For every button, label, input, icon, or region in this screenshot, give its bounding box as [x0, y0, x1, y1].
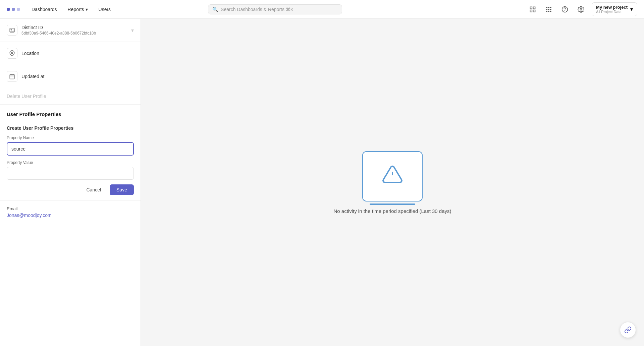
- warning-icon: [382, 164, 403, 189]
- no-activity-text: No activity in the time period specified…: [334, 208, 451, 214]
- updated-at-content: Updated at: [21, 74, 134, 79]
- user-profile-properties-header: User Profile Properties: [0, 105, 141, 120]
- nav-users[interactable]: Users: [94, 5, 116, 14]
- project-selector[interactable]: My new project All Project Data ▾: [592, 2, 637, 16]
- svg-point-4: [546, 7, 547, 8]
- svg-point-10: [546, 11, 547, 12]
- svg-point-17: [11, 29, 12, 30]
- nav-right-actions: My new project All Project Data ▾: [527, 2, 637, 16]
- property-name-label: Property Name: [7, 135, 134, 140]
- svg-point-6: [550, 7, 551, 8]
- property-name-input[interactable]: [7, 142, 134, 156]
- svg-point-8: [548, 9, 549, 10]
- svg-point-15: [580, 8, 582, 10]
- analytics-icon-button[interactable]: [527, 4, 538, 15]
- search-icon: 🔍: [212, 7, 218, 12]
- svg-point-12: [550, 11, 551, 12]
- create-form-title: Create User Profile Properties: [7, 125, 134, 131]
- no-activity-box: No activity in the time period specified…: [334, 151, 451, 214]
- distinct-id-content: Distinct ID 6dbf30a9-5466-40e2-a888-5b06…: [21, 25, 127, 36]
- svg-rect-16: [10, 28, 14, 32]
- svg-point-5: [548, 7, 549, 8]
- svg-rect-0: [530, 7, 532, 9]
- top-navigation: Dashboards Reports ▾ Users 🔍 Search Dash…: [0, 0, 644, 19]
- chevron-down-icon: ▾: [86, 7, 88, 12]
- sidebar: Distinct ID 6dbf30a9-5466-40e2-a888-5b06…: [0, 19, 141, 346]
- property-value-input[interactable]: [7, 167, 134, 180]
- svg-point-18: [11, 52, 13, 54]
- nav-links: Dashboards Reports ▾ Users: [27, 5, 115, 14]
- logo-dot-3: [17, 8, 20, 11]
- calendar-icon: [7, 71, 17, 82]
- form-actions: Cancel Save: [7, 184, 134, 195]
- email-label: Email: [7, 206, 134, 211]
- main-content: No activity in the time period specified…: [141, 19, 644, 346]
- create-user-profile-properties-form: Create User Profile Properties Property …: [0, 120, 141, 201]
- svg-rect-3: [533, 10, 535, 12]
- updated-at-item[interactable]: Updated at: [0, 65, 141, 88]
- logo-dot-2: [12, 8, 15, 11]
- chevron-down-icon: ▾: [131, 27, 134, 34]
- location-content: Location: [21, 51, 134, 56]
- logo-dot-1: [7, 8, 10, 11]
- location-item[interactable]: Location: [0, 42, 141, 65]
- svg-rect-19: [10, 74, 14, 79]
- warning-card: [362, 151, 423, 201]
- apps-grid-button[interactable]: [543, 4, 554, 15]
- help-button[interactable]: [559, 4, 570, 15]
- property-value-label: Property Value: [7, 160, 134, 165]
- email-section: Email Jonas@moodjoy.com: [0, 201, 141, 223]
- logo: [7, 8, 20, 11]
- settings-button[interactable]: [576, 4, 586, 15]
- distinct-id-item[interactable]: Distinct ID 6dbf30a9-5466-40e2-a888-5b06…: [0, 19, 141, 42]
- svg-rect-1: [533, 7, 535, 9]
- page-layout: Distinct ID 6dbf30a9-5466-40e2-a888-5b06…: [0, 0, 644, 346]
- email-value[interactable]: Jonas@moodjoy.com: [7, 213, 134, 218]
- location-icon: [7, 48, 17, 59]
- delete-user-profile-link[interactable]: Delete User Profile: [0, 88, 141, 105]
- svg-point-14: [565, 10, 565, 11]
- floating-action-button[interactable]: [620, 322, 636, 338]
- user-id-icon: [7, 25, 17, 36]
- save-button[interactable]: Save: [110, 184, 134, 195]
- nav-dashboards[interactable]: Dashboards: [27, 5, 62, 14]
- nav-reports[interactable]: Reports ▾: [63, 5, 93, 14]
- svg-rect-2: [530, 10, 532, 12]
- svg-point-7: [546, 9, 547, 10]
- svg-point-9: [550, 9, 551, 10]
- search-bar[interactable]: 🔍 Search Dashboards & Reports ⌘K: [208, 4, 342, 14]
- project-chevron-icon: ▾: [630, 6, 633, 12]
- cancel-button[interactable]: Cancel: [81, 184, 106, 195]
- svg-point-11: [548, 11, 549, 12]
